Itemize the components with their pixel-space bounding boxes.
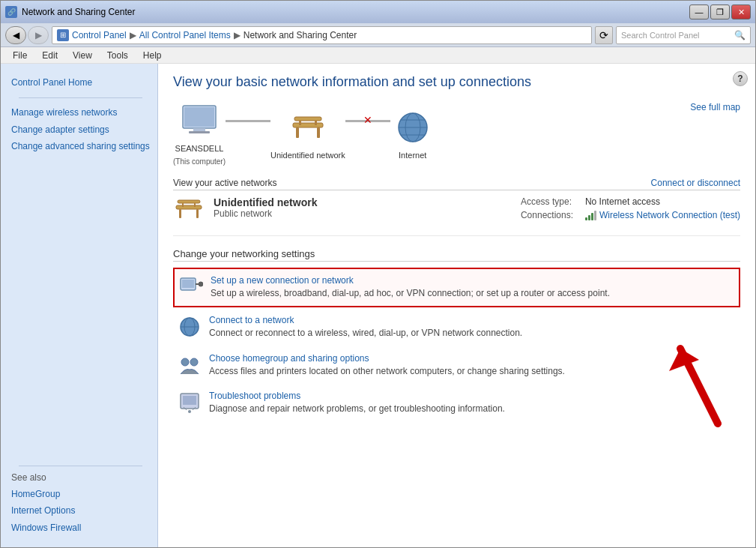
- network-info: Unidentified network Public network: [214, 196, 512, 219]
- sidebar-advanced-sharing[interactable]: Change advanced sharing settings: [11, 138, 150, 155]
- sep1: ▶: [130, 30, 136, 40]
- active-network-row: Unidentified network Public network Acce…: [173, 196, 740, 236]
- computer-node: SEANSDELL (This computer): [173, 102, 226, 166]
- breadcrumb-all[interactable]: All Control Panel Items: [139, 30, 231, 40]
- change-settings-header: Change your networking settings: [173, 248, 740, 262]
- settings-item-0-title[interactable]: Set up a new connection or network: [211, 275, 354, 286]
- svg-point-33: [188, 410, 191, 413]
- sidebar-homegroup[interactable]: HomeGroup: [11, 486, 150, 503]
- page-title: View your basic network information and …: [173, 74, 740, 90]
- network-line-1: [226, 120, 270, 122]
- homegroup-icon: [178, 353, 202, 377]
- settings-item-2-title[interactable]: Choose homegroup and sharing options: [209, 353, 369, 364]
- active-network-name: Unidentified network: [214, 196, 512, 208]
- globe-icon: [390, 109, 435, 146]
- menu-file[interactable]: File: [5, 49, 34, 62]
- network-access-info: Access type: No Internet access Connecti…: [521, 196, 740, 220]
- search-box[interactable]: Search Control Panel 🔍: [616, 26, 751, 44]
- close-button[interactable]: ✕: [731, 4, 751, 19]
- back-button[interactable]: ◀: [5, 26, 26, 44]
- settings-item-3[interactable]: Troubleshoot problems Diagnose and repai…: [173, 385, 740, 421]
- signal-icon: [585, 210, 596, 220]
- sidebar-adapter-settings[interactable]: Change adapter settings: [11, 121, 150, 139]
- network-diagram: SEANSDELL (This computer): [173, 102, 740, 166]
- settings-item-0[interactable]: Set up a new connection or network Set u…: [173, 268, 740, 307]
- see-full-map-link[interactable]: See full map: [690, 102, 740, 112]
- window-icon: 🔗: [5, 6, 17, 18]
- bench-icon: [285, 109, 330, 146]
- title-bar-buttons: — ❐ ✕: [689, 4, 751, 19]
- new-connection-icon: [179, 275, 203, 299]
- access-type-label: Access type:: [521, 196, 581, 207]
- settings-item-1-desc: Connect or reconnect to a wireless, wire…: [209, 327, 736, 340]
- settings-item-1-title[interactable]: Connect to a network: [209, 315, 294, 325]
- svg-rect-32: [183, 396, 196, 405]
- svg-rect-25: [199, 283, 203, 286]
- connection-link[interactable]: Wireless Network Connection (test): [599, 210, 740, 220]
- internet-node: Internet: [390, 109, 435, 160]
- settings-item-0-desc: Set up a wireless, broadband, dial-up, a…: [211, 287, 734, 300]
- svg-rect-1: [184, 107, 214, 127]
- settings-item-3-content: Troubleshoot problems Diagnose and repai…: [209, 391, 736, 415]
- cp-icon: ⊞: [57, 29, 69, 41]
- unidentified-label: Unidentified network: [270, 151, 345, 160]
- sidebar-main-links: Control Panel Home Manage wireless netwo…: [1, 71, 157, 158]
- svg-point-29: [181, 358, 189, 366]
- connections-label: Connections:: [521, 210, 581, 220]
- sidebar-internet-options[interactable]: Internet Options: [11, 502, 150, 520]
- svg-rect-16: [178, 200, 200, 203]
- svg-rect-4: [293, 123, 323, 127]
- minimize-button[interactable]: —: [689, 4, 709, 19]
- settings-item-1-content: Connect to a network Connect or reconnec…: [209, 315, 736, 340]
- svg-rect-22: [182, 280, 194, 288]
- svg-rect-18: [196, 209, 199, 218]
- sidebar-windows-firewall[interactable]: Windows Firewall: [11, 520, 150, 537]
- window-title: Network and Sharing Center: [22, 7, 135, 17]
- settings-item-2-desc: Access files and printers located on oth…: [209, 365, 736, 378]
- svg-rect-9: [315, 121, 317, 125]
- connect-network-icon: [178, 315, 202, 339]
- svg-rect-7: [317, 127, 320, 138]
- connections-row: Connections: Wireless Network Connection…: [521, 210, 740, 220]
- nav-buttons: ◀ ▶: [5, 26, 49, 44]
- svg-rect-8: [299, 121, 301, 125]
- sep2: ▶: [234, 30, 241, 40]
- search-icon[interactable]: 🔍: [734, 30, 746, 40]
- connect-disconnect-link[interactable]: Connect or disconnect: [651, 178, 740, 188]
- title-bar: 🔗 Network and Sharing Center — ❐ ✕: [1, 1, 755, 23]
- svg-rect-17: [179, 209, 181, 218]
- main-window: 🔗 Network and Sharing Center — ❐ ✕ ◀ ▶ ⊞…: [0, 0, 756, 548]
- settings-item-2-content: Choose homegroup and sharing options Acc…: [209, 353, 736, 378]
- svg-rect-5: [294, 117, 321, 121]
- settings-item-2[interactable]: Choose homegroup and sharing options Acc…: [173, 347, 740, 384]
- help-button[interactable]: ?: [733, 71, 748, 86]
- computer-sublabel: (This computer): [173, 157, 226, 166]
- address-bar: ◀ ▶ ⊞ Control Panel ▶ All Control Panel …: [1, 23, 755, 47]
- menu-view[interactable]: View: [65, 49, 100, 62]
- search-placeholder: Search Control Panel: [621, 31, 700, 40]
- svg-rect-15: [176, 205, 202, 209]
- settings-item-3-title[interactable]: Troubleshoot problems: [209, 391, 300, 401]
- settings-item-3-desc: Diagnose and repair network problems, or…: [209, 403, 736, 415]
- content-area: ? View your basic network information an…: [158, 64, 755, 547]
- active-networks-title: View your active networks: [173, 178, 277, 188]
- breadcrumb-cp[interactable]: Control Panel: [72, 30, 127, 40]
- menu-help[interactable]: Help: [136, 49, 169, 62]
- refresh-button[interactable]: ⟳: [595, 26, 613, 44]
- svg-rect-3: [189, 131, 210, 133]
- settings-item-0-content: Set up a new connection or network Set u…: [211, 275, 734, 300]
- menu-tools[interactable]: Tools: [100, 49, 136, 62]
- forward-button[interactable]: ▶: [28, 26, 49, 44]
- svg-rect-19: [182, 203, 184, 207]
- svg-rect-6: [296, 127, 299, 138]
- access-type-row: Access type: No Internet access: [521, 196, 740, 207]
- menu-edit[interactable]: Edit: [34, 49, 65, 62]
- menu-bar: File Edit View Tools Help: [1, 47, 755, 64]
- sidebar-control-panel-home[interactable]: Control Panel Home: [11, 74, 150, 91]
- settings-item-1[interactable]: Connect to a network Connect or reconnec…: [173, 309, 740, 346]
- svg-rect-20: [194, 203, 196, 207]
- sidebar-manage-wireless[interactable]: Manage wireless networks: [11, 104, 150, 121]
- sidebar-divider-1: [19, 97, 142, 98]
- restore-button[interactable]: ❐: [710, 4, 730, 19]
- access-type-value: No Internet access: [585, 196, 660, 207]
